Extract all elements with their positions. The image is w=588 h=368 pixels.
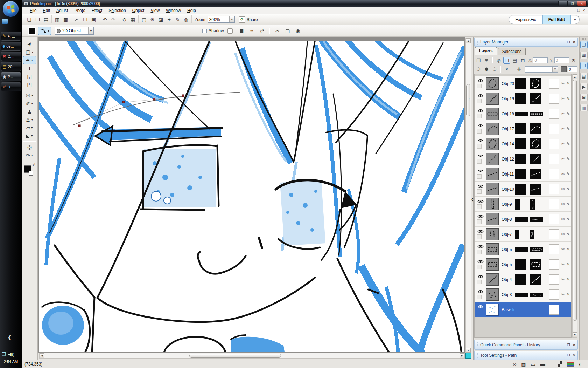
mask-thumbnail[interactable]	[530, 184, 541, 195]
object-thumbnail[interactable]	[486, 168, 499, 180]
edit-icon[interactable]: ✎	[567, 111, 570, 116]
trim-icon[interactable]: ✄	[561, 217, 565, 222]
taskbar-button-20[interactable]: ▤20...	[1, 62, 21, 71]
mask-toggle-box[interactable]	[477, 129, 482, 134]
trim-icon[interactable]: ✄	[561, 247, 565, 252]
fill-thumbnail[interactable]	[515, 138, 526, 149]
mask-thumbnail[interactable]	[530, 217, 543, 222]
mask-toggle-box[interactable]	[477, 99, 482, 103]
scroll-up-arrow[interactable]: ▲	[466, 38, 471, 43]
panel-close-icon[interactable]: ✕	[573, 343, 575, 347]
layer-list-scrollbar[interactable]: ▲ ▼	[572, 74, 578, 338]
object-thumbnail[interactable]	[486, 123, 499, 135]
full-edit-button[interactable]: Full Edit	[542, 15, 571, 24]
browse-icon[interactable]: ▦	[129, 15, 137, 23]
panel-float-icon[interactable]: ❐	[567, 343, 570, 347]
canvas[interactable]	[39, 41, 464, 352]
minimize-button[interactable]: —	[558, 1, 568, 6]
mask-toggle-box[interactable]	[477, 114, 482, 118]
preview-thumbnail[interactable]	[549, 229, 559, 239]
edit-window-icon[interactable]: ⊡	[519, 57, 526, 64]
visibility-eye-icon[interactable]	[477, 259, 484, 263]
object-thumbnail[interactable]	[486, 228, 499, 240]
menu-window[interactable]: Window	[163, 7, 184, 14]
mask-thumbnail[interactable]	[530, 169, 541, 179]
object-thumbnail[interactable]	[486, 93, 499, 105]
visibility-eye-icon[interactable]	[477, 274, 484, 278]
maximize-button[interactable]: ❐	[568, 1, 577, 6]
mask-toggle-box[interactable]	[477, 295, 482, 299]
close-button[interactable]: ✕	[577, 1, 587, 6]
mdi-close-button[interactable]: ✕	[582, 9, 585, 12]
trim-icon[interactable]: ✄	[561, 277, 565, 282]
taskbar-button-4[interactable]: ✎4. ...	[1, 32, 21, 41]
mask-thumbnail[interactable]	[530, 293, 543, 297]
mask-toggle-box[interactable]	[477, 144, 482, 149]
ruler-icon[interactable]: ▬	[540, 361, 545, 367]
menu-help[interactable]: Help	[184, 7, 199, 14]
visibility-eye-icon[interactable]	[477, 168, 484, 173]
visibility-eye-icon[interactable]	[477, 198, 484, 203]
object-thumbnail[interactable]	[486, 243, 499, 255]
mask-thumbnail[interactable]	[530, 123, 541, 134]
trim-icon[interactable]: ✄	[561, 172, 565, 176]
path-mode-button[interactable]: ▼	[38, 27, 51, 35]
fill-thumbnail[interactable]	[515, 154, 526, 164]
link-icon[interactable]: ✇	[570, 57, 577, 64]
brightness-icon[interactable]: ☀	[148, 15, 156, 23]
fill-thumbnail[interactable]	[515, 217, 528, 222]
visibility-eye-icon[interactable]	[477, 123, 484, 128]
edit-icon[interactable]: ✎	[567, 262, 570, 267]
layer-row-obj-7[interactable]: Obj-7 ✄ ✎	[475, 227, 571, 242]
scroll-left-arrow[interactable]: ◀	[40, 353, 44, 358]
visibility-eye-icon[interactable]	[477, 229, 484, 233]
quick-command-panel-button[interactable]: ❐	[580, 62, 588, 69]
edit-icon[interactable]: ✎	[567, 81, 570, 86]
duplicate-icon[interactable]: ❐	[475, 57, 482, 64]
trim-icon[interactable]: ✄	[561, 127, 565, 131]
cut-icon[interactable]: ✂	[73, 15, 81, 23]
layer-row-obj-3[interactable]: Obj-3 ✄ ✎	[475, 287, 571, 302]
start-button[interactable]	[2, 1, 19, 17]
clone-tool[interactable]: ♟	[23, 108, 36, 116]
layer-row-obj-17[interactable]: Obj-17 ✄ ✎	[475, 121, 571, 136]
object-thumbnail[interactable]	[486, 108, 499, 120]
quick-launch-icon[interactable]	[2, 19, 8, 24]
mask-thumbnail[interactable]	[530, 93, 541, 104]
trim-icon[interactable]: ✄	[561, 142, 565, 146]
shadow-color-swatch[interactable]	[227, 28, 233, 34]
transform-tool[interactable]: ◳	[23, 80, 36, 88]
visibility-eye-icon[interactable]	[477, 213, 484, 218]
mask-thumbnail[interactable]	[530, 138, 541, 149]
visibility-eye-icon[interactable]	[477, 78, 484, 82]
horizontal-scrollbar[interactable]: ◀ ⋯ ▶	[39, 353, 465, 359]
mask-toggle-box[interactable]	[477, 280, 482, 284]
mask-toggle-box[interactable]	[477, 250, 482, 254]
levels-icon[interactable]: ◪	[157, 15, 165, 23]
mdi-restore-button[interactable]: ❐	[577, 9, 580, 12]
properties-icon[interactable]: ▤	[511, 57, 518, 64]
edit-icon[interactable]: ✎	[567, 142, 570, 146]
panel-float-icon[interactable]: ❐	[567, 40, 570, 44]
stamp-tool[interactable]: ♙▼	[23, 116, 36, 124]
taskbar-collapse-arrow[interactable]: ❮	[8, 335, 12, 340]
preview-thumbnail[interactable]	[549, 244, 559, 254]
object-thumbnail[interactable]	[486, 258, 499, 271]
panel-close-icon[interactable]: ✕	[573, 40, 575, 44]
fill-thumbnail[interactable]	[515, 259, 526, 270]
histogram-icon[interactable]: ▞	[558, 361, 562, 367]
panel-float-icon[interactable]: ❐	[567, 354, 570, 357]
layer-row-obj-9[interactable]: Obj-9 ✄ ✎	[475, 197, 571, 212]
preview-thumbnail[interactable]	[549, 305, 559, 315]
menu-file[interactable]: File	[27, 7, 40, 14]
swap-colors-icon[interactable]: ⇄	[33, 163, 35, 166]
open-icon[interactable]: ❒	[34, 15, 42, 23]
thumbnail-view-icon[interactable]: ❏	[503, 57, 510, 64]
panel-close-icon[interactable]: ✕	[573, 354, 575, 357]
color-well[interactable]: ⇄	[24, 163, 36, 177]
layer-manager-panel-button[interactable]: ❏	[580, 41, 588, 48]
selection-tool[interactable]: ▢▼	[23, 48, 36, 56]
print-icon[interactable]: ▥	[53, 15, 61, 23]
fill-thumbnail[interactable]	[515, 184, 526, 195]
mask-thumbnail[interactable]	[530, 230, 534, 239]
